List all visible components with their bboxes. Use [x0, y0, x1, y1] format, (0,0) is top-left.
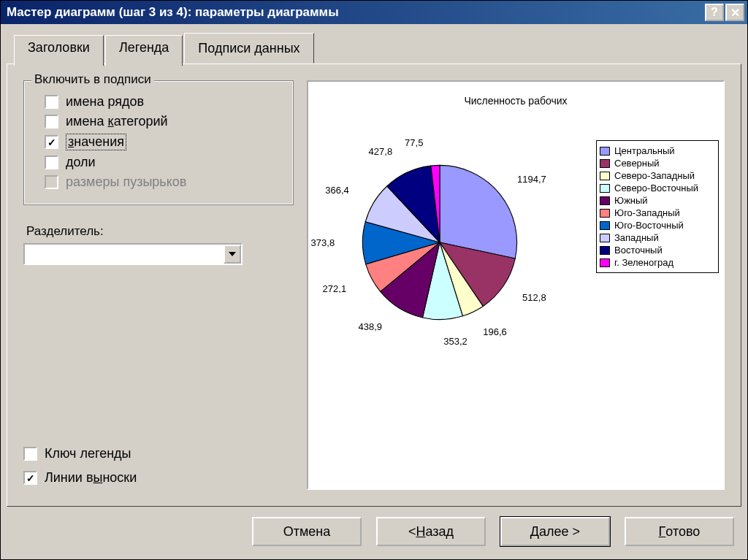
data-label: 438,9: [359, 321, 383, 332]
checkbox-bubble-sizes: [45, 175, 58, 189]
label-category-names: имена категорий: [66, 114, 168, 129]
label-legend-key: Ключ легенды: [45, 446, 131, 461]
tab-panel: Включить в подписи имена рядов имена кат…: [7, 64, 741, 507]
checkbox-series-names[interactable]: [45, 95, 58, 109]
legend-item: г. Зеленоград: [600, 257, 715, 268]
finish-button[interactable]: Готово: [625, 517, 734, 546]
legend-item: Северный: [600, 158, 715, 169]
separator-dropdown-button[interactable]: [224, 245, 241, 264]
include-in-labels-group: Включить в подписи имена рядов имена кат…: [23, 80, 294, 205]
legend-label: Южный: [614, 195, 648, 206]
label-leader-lines: Линии выноски: [45, 470, 137, 486]
legend-label: Западный: [614, 232, 659, 243]
separator-label: Разделитель:: [26, 224, 294, 239]
options-column: Включить в подписи имена рядов имена кат…: [23, 80, 294, 490]
label-values: значения: [66, 134, 126, 150]
data-label: 77,5: [405, 137, 423, 148]
legend-label: Юго-Западный: [614, 207, 680, 218]
legend-item: Северо-Восточный: [600, 183, 715, 193]
dialog-window: Мастер диаграмм (шаг 3 из 4): параметры …: [0, 0, 748, 560]
data-label: 272,1: [323, 283, 347, 294]
separator-combo[interactable]: [23, 243, 243, 265]
pie-chart: [359, 162, 520, 323]
legend-label: Северо-Западный: [614, 170, 695, 181]
legend-label: Восточный: [614, 245, 663, 256]
dialog-buttons: Отмена < Назад Далее > Готово: [7, 507, 741, 553]
help-button[interactable]: ?: [705, 4, 724, 21]
tab-legend[interactable]: Легенда: [105, 35, 183, 66]
client-area: Заголовки Легенда Подписи данных Включит…: [1, 24, 747, 559]
legend-item: Северо-Западный: [600, 170, 715, 181]
legend-swatch: [600, 246, 610, 255]
next-button[interactable]: Далее >: [500, 517, 610, 546]
legend-swatch: [600, 258, 610, 267]
cancel-button[interactable]: Отмена: [252, 517, 362, 546]
legend-item: Центральный: [600, 145, 715, 156]
titlebar: Мастер диаграмм (шаг 3 из 4): параметры …: [1, 1, 747, 24]
legend-item: Юго-Западный: [600, 207, 715, 218]
tab-strip: Заголовки Легенда Подписи данных: [14, 33, 741, 64]
label-percent: доли: [66, 155, 96, 170]
tab-data-labels[interactable]: Подписи данных: [184, 33, 313, 64]
data-label: 353,2: [443, 336, 468, 347]
checkbox-percent[interactable]: [45, 156, 58, 169]
legend-swatch: [600, 234, 610, 242]
checkbox-values[interactable]: [45, 135, 58, 149]
window-title: Мастер диаграмм (шаг 3 из 4): параметры …: [7, 5, 705, 20]
label-series-names: имена рядов: [66, 94, 144, 110]
legend-swatch: [600, 147, 610, 156]
data-label: 427,8: [369, 146, 393, 157]
legend-item: Восточный: [600, 245, 715, 256]
tab-headers[interactable]: Заголовки: [14, 35, 104, 66]
legend-swatch: [600, 196, 610, 205]
data-label: 196,6: [483, 326, 507, 337]
checkbox-category-names[interactable]: [45, 115, 58, 129]
legend-swatch: [600, 159, 610, 168]
legend-swatch: [600, 184, 610, 193]
data-label: 373,8: [311, 237, 335, 248]
data-label: 512,8: [522, 292, 546, 303]
group-title: Включить в подписи: [31, 72, 154, 87]
legend-label: г. Зеленоград: [614, 257, 673, 268]
data-label: 1194,7: [517, 174, 546, 185]
separator-value[interactable]: [25, 245, 224, 264]
legend-label: Центральный: [614, 145, 675, 156]
checkbox-legend-key[interactable]: [23, 447, 37, 461]
legend-item: Западный: [600, 232, 715, 243]
close-button[interactable]: ✕: [725, 4, 744, 21]
legend-item: Южный: [600, 195, 715, 206]
chart-legend: ЦентральныйСеверныйСеверо-ЗападныйСеверо…: [596, 140, 719, 273]
legend-swatch: [600, 221, 610, 230]
legend-label: Юго-Восточный: [614, 220, 684, 231]
legend-swatch: [600, 172, 610, 180]
legend-label: Северо-Восточный: [614, 183, 698, 193]
chart-preview: Численность рабочих 1194,7512,8196,6353,…: [307, 80, 725, 490]
legend-label: Северный: [614, 158, 660, 169]
data-label: 366,4: [325, 185, 349, 196]
checkbox-leader-lines[interactable]: [23, 471, 37, 485]
back-button[interactable]: < Назад: [376, 517, 486, 546]
label-bubble-sizes: размеры пузырьков: [66, 174, 186, 190]
chart-title: Численность рабочих: [308, 95, 723, 107]
legend-swatch: [600, 209, 610, 218]
legend-item: Юго-Восточный: [600, 220, 715, 231]
